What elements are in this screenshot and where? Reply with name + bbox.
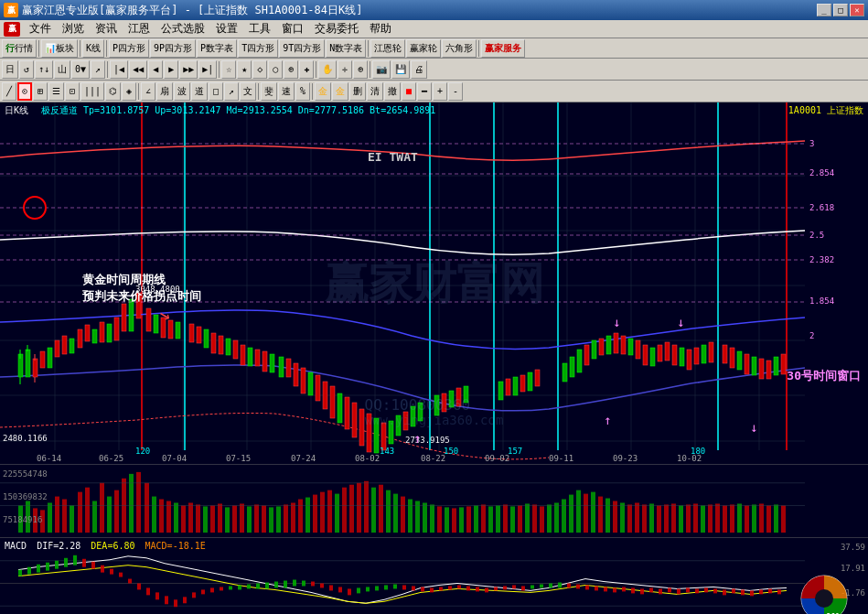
btn-step-prev[interactable]: ◀ — [148, 60, 163, 79]
btn-play[interactable]: ▶ — [164, 60, 178, 79]
btn-size-up[interactable]: + — [433, 82, 447, 101]
btn-chart-type2[interactable]: 山 — [54, 60, 70, 79]
menu-settings[interactable]: 设置 — [210, 20, 243, 38]
btn-kline[interactable]: K线 — [82, 39, 104, 58]
close-button[interactable]: ✕ — [850, 4, 864, 16]
btn-quotes[interactable]: 行行情 — [2, 39, 37, 58]
svg-rect-234 — [540, 506, 544, 533]
svg-rect-293 — [201, 589, 205, 594]
btn-refresh[interactable]: ↺ — [19, 60, 34, 79]
btn-size-dn[interactable]: - — [448, 82, 463, 101]
btn-circle[interactable]: ○ — [268, 60, 283, 79]
btn-wave[interactable]: 波 — [174, 82, 190, 101]
btn-print[interactable]: 🖨 — [411, 60, 427, 79]
svg-rect-75 — [359, 409, 364, 446]
menu-trade[interactable]: 交易委托 — [309, 20, 364, 38]
btn-winner-service[interactable]: 赢家服务 — [481, 39, 525, 58]
btn-draw-circle[interactable]: ⊙ — [17, 82, 32, 101]
btn-star2[interactable]: ★ — [237, 60, 252, 79]
btn-line-width[interactable]: ━ — [417, 82, 432, 101]
btn-draw1[interactable]: ╱ — [2, 82, 16, 101]
btn-hex[interactable]: 六角形 — [442, 39, 477, 58]
btn-hand[interactable]: ✋ — [318, 60, 337, 79]
btn-next-page[interactable]: ▶| — [198, 60, 217, 79]
menu-gann[interactable]: 江恩 — [123, 20, 155, 38]
svg-rect-28 — [26, 350, 30, 377]
btn-channel[interactable]: 道 — [191, 82, 208, 101]
svg-rect-180 — [145, 483, 149, 533]
btn-t4[interactable]: T四方形 — [238, 39, 278, 58]
btn-draw3[interactable]: ☰ — [48, 82, 64, 101]
menu-help[interactable]: 帮助 — [364, 20, 397, 38]
svg-rect-53 — [197, 327, 201, 343]
menu-window[interactable]: 窗口 — [276, 20, 309, 38]
svg-rect-284 — [119, 573, 123, 577]
btn-gann-fan[interactable]: 扇 — [156, 82, 173, 101]
svg-rect-232 — [525, 503, 530, 533]
btn-jin[interactable]: 金 — [332, 82, 348, 101]
btn-board[interactable]: 📊板块 — [41, 39, 78, 58]
btn-crosshair[interactable]: ✛ — [338, 60, 352, 79]
svg-rect-349 — [713, 588, 717, 593]
btn-color1[interactable]: ■ — [402, 82, 416, 101]
btn-speed[interactable]: 速 — [278, 82, 295, 101]
svg-rect-94 — [535, 370, 540, 386]
svg-text:2.382: 2.382 — [809, 255, 834, 264]
toolbar-main: 行行情 📊板块 K线 P四方形 9P四方形 P数字表 T四方形 9T四方形 N数… — [0, 38, 868, 59]
menu-formula[interactable]: 公式选股 — [155, 20, 210, 38]
btn-prev[interactable]: ◀◀ — [129, 60, 147, 79]
btn-plus[interactable]: ⊕ — [284, 60, 298, 79]
svg-rect-316 — [412, 586, 415, 590]
btn-num0[interactable]: 0▼ — [71, 60, 90, 79]
btn-save-img[interactable]: 💾 — [391, 60, 410, 79]
svg-rect-317 — [421, 587, 424, 591]
btn-undo[interactable]: 撤 — [384, 82, 401, 101]
btn-diamond[interactable]: ◇ — [252, 60, 267, 79]
svg-rect-117 — [730, 348, 734, 368]
maximize-button[interactable]: □ — [833, 4, 848, 16]
btn-arrow[interactable]: ↗ — [224, 82, 239, 101]
svg-rect-277 — [55, 561, 59, 569]
btn-gann-wheel[interactable]: 江恩轮 — [370, 39, 405, 58]
btn-pnum[interactable]: P数字表 — [197, 39, 237, 58]
btn-fib[interactable]: 斐 — [261, 82, 277, 101]
btn-draw7[interactable]: ◈ — [122, 82, 136, 101]
btn-prev-page[interactable]: |◀ — [110, 60, 128, 79]
btn-arrow-tools[interactable]: ↗ — [91, 60, 105, 79]
menu-tools[interactable]: 工具 — [243, 20, 276, 38]
btn-delete[interactable]: 删 — [349, 82, 366, 101]
btn-winner-wheel[interactable]: 赢家轮 — [406, 39, 441, 58]
svg-rect-306 — [320, 584, 324, 588]
btn-draw6[interactable]: ⌬ — [105, 82, 121, 101]
svg-rect-174 — [100, 483, 104, 533]
svg-rect-240 — [584, 494, 588, 533]
btn-nnum[interactable]: N数字表 — [326, 39, 366, 58]
menu-info[interactable]: 资讯 — [90, 20, 123, 38]
btn-text[interactable]: 文 — [240, 82, 256, 101]
main-chart[interactable]: 日K线 极反通道 Tp=3101.8757 Up=3013.2147 Md=29… — [0, 102, 868, 464]
minimize-button[interactable]: _ — [817, 4, 831, 16]
menu-file[interactable]: 文件 — [24, 20, 57, 38]
btn-angle[interactable]: ∠ — [141, 82, 155, 101]
btn-camera[interactable]: 📷 — [372, 60, 391, 79]
btn-percent[interactable]: % — [295, 82, 310, 101]
btn-9p4[interactable]: 9P四方形 — [150, 39, 196, 58]
svg-rect-267 — [781, 505, 786, 533]
btn-rect[interactable]: □ — [209, 82, 223, 101]
btn-clear[interactable]: 清 — [367, 82, 383, 101]
btn-zoom-in[interactable]: ⊕ — [353, 60, 368, 79]
btn-gold[interactable]: 金 — [315, 82, 331, 101]
svg-rect-175 — [107, 497, 112, 533]
btn-draw5[interactable]: ||| — [80, 82, 104, 101]
menu-browse[interactable]: 浏览 — [57, 20, 90, 38]
btn-9t4[interactable]: 9T四方形 — [279, 39, 325, 58]
btn-cross[interactable]: ✚ — [299, 60, 314, 79]
btn-day[interactable]: 日 — [2, 60, 18, 79]
btn-chart-type1[interactable]: ↑↓ — [35, 60, 53, 79]
btn-draw2[interactable]: ⊞ — [33, 82, 48, 101]
svg-rect-350 — [723, 589, 726, 595]
btn-step-next[interactable]: ▶▶ — [179, 60, 198, 79]
btn-star1[interactable]: ☆ — [221, 60, 236, 79]
btn-draw4[interactable]: ⊡ — [65, 82, 80, 101]
btn-p4[interactable]: P四方形 — [109, 39, 149, 58]
